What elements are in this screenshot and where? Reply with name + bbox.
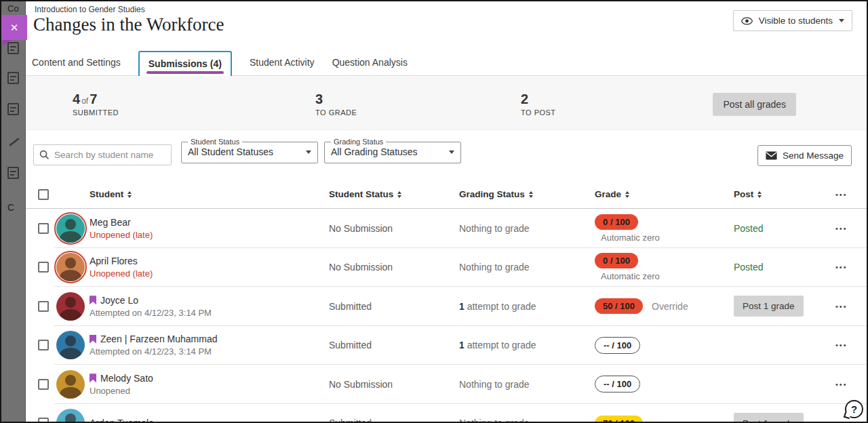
question-mark-icon: ?: [851, 403, 857, 415]
submitted-total: 7: [90, 92, 97, 106]
row-options-menu[interactable]: •••: [835, 419, 867, 423]
avatar-ring: [54, 407, 87, 423]
chevron-down-icon: [449, 150, 454, 154]
student-name: April Flores: [90, 256, 138, 266]
post-grade-button[interactable]: Post 1 grade: [734, 296, 804, 317]
breadcrumb[interactable]: Introduction to Gender Studies: [35, 5, 145, 14]
grade-pill[interactable]: -- / 100: [595, 376, 640, 392]
grading-status-filter[interactable]: Grading Status All Grading Statuses: [324, 138, 461, 163]
grading-status-cell: Nothing to grade: [459, 418, 595, 423]
posted-status: Posted: [734, 223, 764, 234]
search-input[interactable]: [33, 144, 172, 165]
tab-question-analysis[interactable]: Question Analysis: [332, 57, 408, 68]
row-options-menu[interactable]: •••: [835, 263, 867, 271]
row-checkbox[interactable]: [38, 262, 49, 273]
student-name-cell[interactable]: Melody Sato Unopened: [90, 373, 329, 396]
to-post-label: TO POST: [521, 108, 556, 117]
grade-pill[interactable]: 50 / 100: [595, 298, 643, 314]
bookmark-flag-icon: [90, 335, 96, 344]
avatar: [56, 331, 85, 359]
gradebook-icon[interactable]: [7, 103, 19, 115]
sort-icon: [625, 191, 629, 198]
row-checkbox[interactable]: [38, 418, 49, 423]
column-header-student-status[interactable]: Student Status: [329, 189, 459, 199]
student-subtext: Attempted on 4/12/23, 3:14 PM: [90, 308, 329, 318]
table-options-menu[interactable]: •••: [835, 190, 867, 199]
student-name-cell[interactable]: Meg Bear Unopened (late): [90, 217, 329, 240]
tab-student-activity[interactable]: Student Activity: [250, 57, 315, 68]
row-checkbox[interactable]: [38, 340, 49, 350]
student-name: Arden Tuomala: [90, 418, 154, 423]
post-grade-button[interactable]: Post 1 grade: [734, 413, 804, 423]
messages-icon[interactable]: [7, 167, 19, 179]
column-header-grade[interactable]: Grade: [595, 189, 734, 199]
student-name-cell[interactable]: Arden Tuomala: [90, 418, 329, 423]
column-header-post[interactable]: Post: [734, 189, 835, 199]
chevron-down-icon: [839, 19, 844, 22]
post-all-grades-button[interactable]: Post all grades: [713, 93, 796, 116]
tab-submissions[interactable]: Submissions (4): [138, 51, 232, 77]
grade-pill[interactable]: 0 / 100: [595, 214, 638, 230]
grade-pill[interactable]: 0 / 100: [595, 253, 638, 268]
tab-content-and-settings[interactable]: Content and Settings: [32, 57, 121, 68]
nav-top-label: Co: [7, 3, 19, 14]
student-subtext: Unopened (late): [90, 230, 329, 240]
main-panel: Introduction to Gender Studies Changes i…: [26, 1, 867, 422]
row-options-menu[interactable]: •••: [835, 302, 867, 310]
search-box: [33, 144, 172, 165]
help-button[interactable]: ?: [845, 400, 863, 418]
grading-status-cell: Nothing to grade: [459, 262, 595, 273]
avatar-ring: [54, 251, 87, 283]
grade-cell: -- / 100: [595, 376, 734, 392]
avatar: [56, 370, 85, 399]
column-header-grading-status[interactable]: Grading Status: [459, 189, 595, 199]
student-status-filter-label: Student Status: [188, 138, 242, 146]
table-row: Arden Tuomala Submitted Nothing to grade…: [26, 404, 867, 423]
select-all-checkbox[interactable]: [38, 189, 49, 200]
row-options-menu[interactable]: •••: [835, 224, 867, 233]
override-label: Override: [652, 301, 688, 312]
row-checkbox[interactable]: [38, 301, 49, 312]
table-row: Melody Sato Unopened No Submission Nothi…: [26, 365, 867, 404]
pencil-icon[interactable]: [7, 136, 19, 148]
grade-pill[interactable]: 70 / 100: [595, 416, 643, 423]
grade-cell: 0 / 100 Automatic zero: [595, 214, 734, 243]
to-grade-count: 3: [315, 92, 357, 107]
grading-status-filter-value: All Grading Statuses: [331, 146, 418, 157]
student-name-cell[interactable]: April Flores Unopened (late): [90, 256, 329, 279]
stat-submitted: 4of7 SUBMITTED: [73, 92, 119, 117]
post-cell: Posted: [734, 222, 835, 235]
student-status-filter-value: All Student Statuses: [188, 146, 273, 157]
grade-cell: 0 / 100 Automatic zero: [595, 253, 734, 281]
page-header: Introduction to Gender Studies Changes i…: [26, 1, 867, 49]
grade-pill[interactable]: -- / 100: [595, 337, 640, 354]
to-grade-label: TO GRADE: [315, 108, 357, 117]
close-panel-button[interactable]: ✕: [1, 15, 27, 40]
grading-status-cell: Nothing to grade: [459, 379, 595, 390]
table-row: Joyce Lo Attempted on 4/12/23, 3:14 PM S…: [26, 287, 867, 326]
row-checkbox[interactable]: [38, 379, 49, 390]
student-status-cell: No Submission: [329, 262, 459, 273]
calendar-icon[interactable]: [7, 72, 19, 84]
grade-cell: 70 / 100: [595, 416, 734, 423]
row-options-menu[interactable]: •••: [835, 341, 867, 349]
posted-status: Posted: [734, 262, 764, 273]
visibility-dropdown-button[interactable]: Visible to students: [733, 10, 852, 31]
row-options-menu[interactable]: •••: [835, 380, 867, 388]
avatar: [56, 253, 85, 281]
student-status-cell: No Submission: [329, 223, 459, 234]
student-name-cell[interactable]: Joyce Lo Attempted on 4/12/23, 3:14 PM: [90, 295, 329, 318]
column-header-student[interactable]: Student: [90, 189, 329, 199]
table-row: April Flores Unopened (late) No Submissi…: [26, 248, 867, 287]
student-name-cell[interactable]: Zeen | Farzeen Muhammad Attempted on 4/1…: [90, 334, 329, 357]
tab-bar: Content and Settings Submissions (4) Stu…: [26, 49, 867, 76]
sort-icon: [127, 191, 132, 198]
row-checkbox[interactable]: [38, 223, 49, 234]
student-status-filter[interactable]: Student Status All Student Statuses: [181, 138, 318, 163]
student-status-cell: Submitted: [329, 301, 459, 312]
sort-icon: [757, 191, 762, 198]
stats-bar: 4of7 SUBMITTED 3 TO GRADE 2 TO POST Post…: [26, 76, 867, 130]
grade-cell: 50 / 100 Override: [595, 298, 734, 314]
grading-status-cell: 1 attempt to grade: [459, 340, 595, 350]
send-message-button[interactable]: Send Message: [757, 145, 852, 166]
